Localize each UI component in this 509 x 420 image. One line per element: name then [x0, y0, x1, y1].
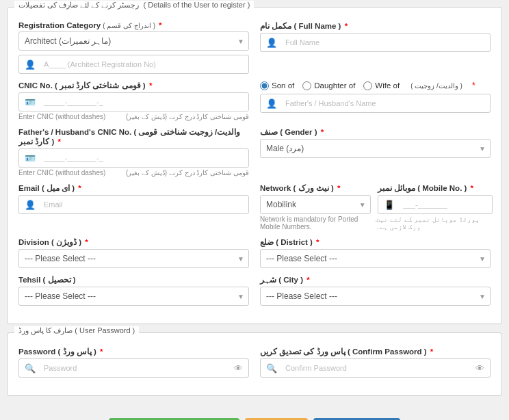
- section-legend: رجسٹر کرنے کے لئے صارف کی تفصیلات ( Deta…: [14, 1, 254, 10]
- fathers-cnic-label: Father's / Husband's CNIC No. ( والدیت/ …: [18, 127, 249, 146]
- district-select[interactable]: --- Please Select ---: [261, 250, 490, 267]
- id-icon: 🪪: [19, 153, 41, 163]
- eye-icon[interactable]: 👁: [229, 363, 248, 373]
- fathers-cnic-hint: Enter CNIC (without dashes) قومی شناختی …: [18, 169, 249, 176]
- password-wrapper: 🔍 👁: [18, 358, 249, 378]
- phone-icon: 📱: [378, 200, 400, 210]
- arch-reg-no-input[interactable]: [41, 55, 248, 73]
- tehsil-select[interactable]: --- Please Select ---: [19, 287, 248, 305]
- required-star: *: [100, 347, 103, 356]
- cnic-input[interactable]: [41, 93, 248, 111]
- mobile-no-wrapper: 📱: [378, 195, 493, 214]
- network-label: Network ( نیٹ ورک ) *: [260, 183, 341, 193]
- bottom-action-bar: ✅ Register (رجسٹر کریں) 🔄 Clear ⬅ Back (…: [0, 411, 509, 420]
- daughter-of-radio-label[interactable]: Daughter of: [302, 81, 355, 90]
- wife-of-radio-label[interactable]: Wife of: [363, 81, 400, 90]
- father-name-input[interactable]: [283, 94, 490, 112]
- gender-select-wrapper: Male (مرد) Female (عورت) ▼: [260, 139, 491, 158]
- full-name-input[interactable]: [283, 34, 490, 51]
- password-label: Password ( پاس ورڈ ) *: [18, 347, 103, 356]
- required-star: *: [316, 238, 319, 246]
- city-label: شہر ( City ) *: [260, 275, 310, 285]
- registration-category-label: Registration Category ( اندراج کی قسم ) …: [18, 21, 161, 29]
- cnic-label: CNIC No. ( قومی شناختی کارڈ نمبر ) *: [18, 81, 152, 90]
- cnic-wrapper: 🪪: [18, 92, 249, 111]
- city-select[interactable]: --- Please Select ---: [261, 287, 490, 305]
- search-icon: 🔍: [261, 363, 283, 373]
- relation-radio-group: Son of Daughter of Wife of ( والدیت/ زوج…: [260, 81, 491, 90]
- wife-of-radio[interactable]: [363, 81, 372, 90]
- confirm-password-wrapper: 🔍 👁: [260, 358, 491, 378]
- division-label: Division ( ڈویژن ) *: [18, 237, 88, 247]
- email-input[interactable]: [41, 196, 248, 213]
- required-star: *: [337, 184, 340, 192]
- gender-select[interactable]: Male (مرد) Female (عورت): [261, 140, 490, 157]
- required-star: *: [471, 184, 473, 192]
- person-icon: 👤: [261, 38, 283, 48]
- id-icon: 🪪: [19, 97, 41, 107]
- email-label: Email ( ای میل ) *: [18, 183, 81, 193]
- required-star: *: [306, 276, 309, 284]
- gender-label: صنف ( Gender ) *: [260, 127, 324, 137]
- required-star: *: [472, 81, 475, 90]
- person-icon: 👤: [261, 99, 283, 109]
- required-star: *: [78, 184, 81, 192]
- email-wrapper: 👤: [18, 195, 249, 214]
- fathers-cnic-wrapper: 🪪: [18, 148, 249, 168]
- tehsil-label: Tehsil ( تحصیل ): [18, 275, 76, 285]
- network-select-wrapper: Mobilink Telenor Ufone Zong Warid ▼: [260, 195, 371, 214]
- person-icon: 👤: [19, 60, 41, 70]
- person-icon: 👤: [19, 200, 41, 210]
- required-star: *: [149, 81, 152, 90]
- password-legend: صارف کا پاس ورڈ ( User Password ): [14, 326, 139, 335]
- division-select[interactable]: --- Please Select ---: [19, 250, 248, 267]
- father-name-wrapper: 👤: [260, 94, 491, 113]
- required-star: *: [430, 347, 433, 356]
- district-label: ضلع ( District ) *: [260, 237, 319, 247]
- search-icon: 🔍: [19, 363, 41, 373]
- cnic-hint: Enter CNIC (without dashes) قومی شناختی …: [18, 113, 249, 120]
- confirm-password-label: پاس ورڈ کی تصدیق کریں ( Confirm Password…: [260, 347, 433, 356]
- tehsil-select-wrapper: --- Please Select --- ▼: [18, 287, 249, 306]
- eye-icon[interactable]: 👁: [470, 363, 490, 373]
- required-star: *: [57, 137, 60, 146]
- confirm-password-input[interactable]: [283, 359, 470, 377]
- son-of-radio[interactable]: [260, 81, 269, 90]
- required-star: *: [159, 21, 161, 29]
- fathers-cnic-input[interactable]: [41, 149, 248, 167]
- son-of-radio-label[interactable]: Son of: [260, 81, 294, 90]
- division-select-wrapper: --- Please Select --- ▼: [18, 249, 249, 268]
- password-section: صارف کا پاس ورڈ ( User Password ) Passwo…: [7, 332, 502, 396]
- city-select-wrapper: --- Please Select --- ▼: [260, 287, 491, 306]
- registration-category-select-wrapper: Architect (ماہر تعمیرات) ▼: [18, 31, 249, 51]
- registration-category-select[interactable]: Architect (ماہر تعمیرات): [19, 32, 248, 50]
- password-input[interactable]: [41, 359, 229, 377]
- mobile-note: Network is mandatory for Ported Mobile N…: [260, 215, 491, 231]
- arch-reg-no-wrapper: 👤: [18, 55, 249, 74]
- mobile-no-label: موبائل نمبر ( Mobile No. ) *: [378, 183, 473, 193]
- network-select[interactable]: Mobilink Telenor Ufone Zong Warid: [261, 196, 370, 213]
- required-star: *: [345, 22, 348, 30]
- district-select-wrapper: --- Please Select --- ▼: [260, 249, 491, 268]
- required-star: *: [321, 128, 324, 136]
- full-name-label: مکمل نام ( Full Name ) *: [260, 21, 348, 31]
- user-details-section: رجسٹر کرنے کے لئے صارف کی تفصیلات ( Deta…: [7, 7, 502, 324]
- required-star: *: [85, 238, 88, 246]
- daughter-of-radio[interactable]: [302, 81, 311, 90]
- mobile-no-input[interactable]: [400, 196, 493, 213]
- full-name-wrapper: 👤: [260, 33, 491, 52]
